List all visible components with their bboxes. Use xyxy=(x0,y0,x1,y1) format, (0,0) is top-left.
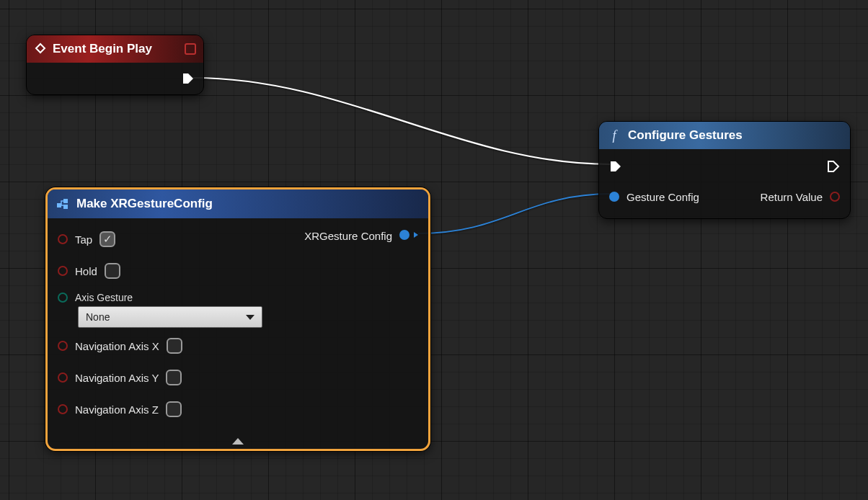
axis-gesture-dropdown[interactable]: None xyxy=(78,306,262,328)
node-title: Event Begin Play xyxy=(53,42,179,56)
pin-label: Gesture Config xyxy=(626,191,699,203)
nav-y-checkbox[interactable] xyxy=(166,370,182,385)
chevron-down-icon xyxy=(246,315,254,320)
nav-z-in-pin[interactable] xyxy=(58,404,68,414)
param-label: Navigation Axis Y xyxy=(75,372,159,384)
node-title: Make XRGestureConfig xyxy=(76,197,213,211)
axis-gesture-in-pin[interactable] xyxy=(58,293,68,303)
param-row-nav-y: Navigation Axis Y xyxy=(58,364,297,391)
pin-label: Return Value xyxy=(761,191,823,203)
node-title: Configure Gestures xyxy=(628,128,743,143)
expand-node-button[interactable] xyxy=(232,438,244,445)
tap-in-pin[interactable] xyxy=(58,234,68,244)
param-label: Hold xyxy=(75,265,97,277)
node-make-xrgestureconfig[interactable]: Make XRGestureConfig Tap ✓ Hold Axis Ges… xyxy=(45,187,430,451)
node-header[interactable]: f Configure Gestures xyxy=(599,122,850,149)
node-header[interactable]: Event Begin Play xyxy=(27,35,203,63)
node-body: Tap ✓ Hold Axis Gesture None xyxy=(48,218,428,449)
param-row-hold: Hold xyxy=(58,257,297,285)
dropdown-value: None xyxy=(86,311,110,323)
return-value-out-pin[interactable] xyxy=(830,192,840,202)
node-body xyxy=(27,63,203,94)
param-label: Axis Gesture xyxy=(75,292,133,303)
pin-arrow-icon xyxy=(414,232,418,238)
nav-z-checkbox[interactable] xyxy=(166,401,182,417)
pin-label: XRGesture Config xyxy=(304,230,392,242)
svg-rect-2 xyxy=(63,205,68,209)
nav-y-in-pin[interactable] xyxy=(58,372,68,383)
param-row-tap: Tap ✓ xyxy=(58,226,297,253)
node-event-begin-play[interactable]: Event Begin Play xyxy=(26,35,204,95)
param-row-axis-gesture: Axis Gesture None xyxy=(58,289,297,328)
exec-in-pin[interactable] xyxy=(609,160,622,173)
param-label: Navigation Axis X xyxy=(75,340,159,352)
hold-checkbox[interactable] xyxy=(105,263,120,279)
function-icon: f xyxy=(608,128,621,143)
svg-rect-1 xyxy=(63,199,68,203)
node-header[interactable]: Make XRGestureConfig xyxy=(48,189,428,218)
make-struct-icon xyxy=(56,197,69,210)
exec-out-pin[interactable] xyxy=(182,72,195,85)
nav-x-in-pin[interactable] xyxy=(58,341,68,351)
node-configure-gestures[interactable]: f Configure Gestures Gesture Config Retu… xyxy=(598,121,851,219)
gesture-config-in-pin[interactable] xyxy=(609,192,619,202)
node-body: Gesture Config Return Value xyxy=(599,149,850,218)
exec-out-pin[interactable] xyxy=(827,160,840,173)
xrgesture-config-out-pin[interactable] xyxy=(399,230,409,240)
tap-checkbox[interactable]: ✓ xyxy=(99,231,115,247)
nav-x-checkbox[interactable] xyxy=(167,338,182,354)
param-row-nav-x: Navigation Axis X xyxy=(58,332,297,360)
param-label: Tap xyxy=(75,233,92,246)
param-label: Navigation Axis Z xyxy=(75,403,159,416)
svg-rect-0 xyxy=(57,203,61,207)
delegate-pin[interactable] xyxy=(185,43,196,55)
event-icon xyxy=(34,42,47,57)
hold-in-pin[interactable] xyxy=(58,266,68,276)
param-row-nav-z: Navigation Axis Z xyxy=(58,396,297,423)
